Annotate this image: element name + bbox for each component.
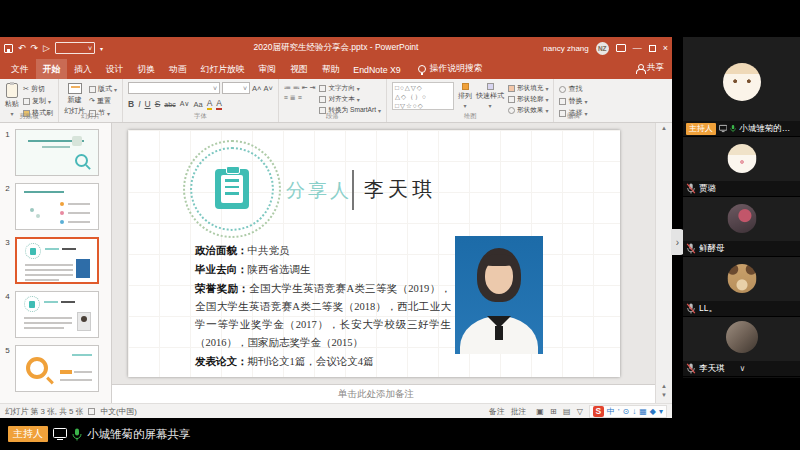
font-color-button[interactable]: A [216, 98, 222, 110]
tab-view[interactable]: 视图 [283, 59, 315, 79]
chevron-down-icon[interactable]: ∨ [740, 364, 746, 373]
bullets-icons[interactable]: ≔ ≕ ⇤ ⇥ [284, 84, 316, 92]
replace-button[interactable]: 替换▾ [559, 96, 587, 106]
undo-icon[interactable]: ↶ [18, 43, 26, 53]
tab-insert[interactable]: 插入 [67, 59, 99, 79]
bold-button[interactable]: B [128, 99, 134, 109]
ime-keyboard-icon[interactable]: ▦ [639, 407, 647, 416]
align-icons[interactable]: ≡ ≣ ≡ [284, 94, 316, 102]
ime-skin-icon[interactable]: ◆ [650, 407, 656, 416]
participant-tile-3[interactable]: 鲜酵母 [683, 197, 800, 257]
minimize-button[interactable]: — [633, 44, 642, 53]
participant-tile-host[interactable]: 主持人 小城雏菊的屏幕共享 [683, 37, 800, 137]
redo-icon[interactable]: ↷ [31, 43, 39, 53]
align-text-button[interactable]: 对齐文本▾ [319, 95, 381, 104]
user-avatar[interactable]: NZ [596, 42, 609, 55]
font-size-combo[interactable]: ˅ [222, 82, 250, 94]
qat-customize-chevron-icon[interactable]: ▾ [100, 45, 103, 52]
ime-emoji-icon[interactable]: ⊙ [623, 407, 630, 416]
character-spacing-button[interactable]: A∨ [180, 100, 190, 108]
ime-menu-icon[interactable]: ▾ [659, 407, 663, 416]
arrange-button[interactable]: 排列 ▾ [458, 82, 472, 109]
sogou-logo-icon[interactable]: S [593, 406, 604, 417]
thumbnail-row-1[interactable]: 1 [0, 129, 111, 176]
tab-review[interactable]: 审阅 [252, 59, 284, 79]
slide-5-thumbnail[interactable] [15, 345, 99, 392]
participant-name-bar: LL。 [683, 301, 800, 316]
id-photo[interactable] [455, 236, 543, 354]
reading-view-button[interactable]: ▤ [563, 407, 571, 416]
slide-1-thumbnail[interactable] [15, 129, 99, 176]
slide-person-name[interactable]: 李天琪 [364, 176, 436, 203]
normal-view-button[interactable]: ▣ [536, 407, 544, 416]
slideshow-view-button[interactable]: ▽ [577, 407, 583, 416]
find-button[interactable]: 查找 [559, 84, 587, 94]
tab-home[interactable]: 开始 [36, 59, 68, 79]
tell-me-search[interactable]: 操作说明搜索 [418, 59, 483, 79]
slide-canvas[interactable]: 分享人 李天琪 政治面貌：中共党员 毕业去向：陕西省选调生 荣誉奖励：全国大学生… [128, 130, 620, 377]
share-button[interactable]: 共享 [636, 62, 664, 74]
slide-role-label[interactable]: 分享人 [286, 178, 352, 204]
participant-name: 小城雏菊的屏幕共享 [739, 123, 797, 135]
clear-formatting-button[interactable]: abc [164, 101, 175, 108]
notes-pane[interactable]: 单击此处添加备注 [112, 384, 655, 403]
ime-download-icon[interactable]: ↓ [632, 407, 636, 416]
tab-animations[interactable]: 动画 [162, 59, 194, 79]
ime-mode-toggle[interactable]: 中 [607, 406, 615, 417]
thumbnail-row-4[interactable]: 4 [0, 291, 111, 338]
shrink-font-button[interactable]: A˅ [263, 84, 272, 93]
grow-font-button[interactable]: A˄ [252, 84, 261, 93]
field-graduation-destination: 毕业去向：陕西省选调生 [195, 261, 451, 279]
restore-button[interactable] [649, 45, 656, 52]
italic-button[interactable]: I [138, 99, 140, 109]
font-name-combo[interactable]: ˅ [128, 82, 220, 94]
layout-button[interactable]: 版式▾ [89, 84, 117, 94]
tab-file[interactable]: 文件 [4, 59, 36, 79]
tab-help[interactable]: 帮助 [315, 59, 347, 79]
change-case-button[interactable]: Aa [193, 100, 202, 109]
thumbnail-row-5[interactable]: 5 [0, 345, 111, 392]
next-slide-button[interactable]: ▼ [656, 391, 672, 400]
ribbon-display-options-icon[interactable] [616, 44, 626, 52]
participant-tile-5[interactable]: 李天琪 ∨ [683, 317, 800, 377]
slide-body-text[interactable]: 政治面貌：中共党员 毕业去向：陕西省选调生 荣誉奖励：全国大学生英语竞赛A类三等… [195, 242, 451, 372]
thumbnail-row-3[interactable]: 3 [0, 237, 111, 284]
vertical-scrollbar[interactable]: ▲ ▲ ▼ [655, 123, 672, 403]
status-bar: 幻灯片 第 3 张, 共 5 张 中文(中国) 备注 批注 ▣ ⊞ ▤ ▽ S … [0, 403, 672, 418]
new-slide-button[interactable]: 新建 幻灯片 [64, 82, 85, 116]
quick-styles-button[interactable]: 快速样式 ▾ [476, 82, 504, 109]
cut-button[interactable]: ✂剪切 [23, 84, 53, 94]
comments-toggle[interactable]: 批注 [511, 406, 527, 417]
previous-slide-button[interactable]: ▲ [656, 382, 672, 391]
notes-toggle[interactable]: 备注 [489, 406, 505, 417]
strikethrough-button[interactable]: S [155, 99, 161, 109]
qat-combo-box[interactable]: ˅ [55, 42, 95, 54]
save-icon[interactable] [4, 44, 13, 53]
tab-transitions[interactable]: 切换 [130, 59, 162, 79]
shape-outline-button[interactable]: 形状轮廓▾ [508, 95, 548, 104]
close-button[interactable]: × [663, 44, 668, 53]
text-direction-button[interactable]: 文字方向▾ [319, 84, 381, 93]
thumbnail-row-2[interactable]: 2 [0, 183, 111, 230]
participant-tile-4[interactable]: LL。 [683, 257, 800, 317]
participant-tile-2[interactable]: 贾璐 [683, 137, 800, 197]
copy-button[interactable]: 复制▾ [23, 96, 53, 106]
shape-fill-button[interactable]: 形状填充▾ [508, 84, 548, 93]
language-indicator[interactable]: 中文(中国) [100, 406, 136, 417]
slideshow-icon[interactable]: ▷ [43, 43, 50, 53]
reset-button[interactable]: ↷重置 [89, 96, 117, 106]
tab-slideshow[interactable]: 幻灯片放映 [194, 59, 252, 79]
slide-4-thumbnail[interactable] [15, 291, 99, 338]
slide-sorter-button[interactable]: ⊞ [550, 407, 557, 416]
slide-2-thumbnail[interactable] [15, 183, 99, 230]
highlight-color-button[interactable]: A [207, 98, 213, 110]
scroll-up-icon[interactable]: ▲ [656, 125, 672, 131]
tab-design[interactable]: 设计 [99, 59, 131, 79]
field-publications: 发表论文：期刊论文1篇，会议论文4篇 [195, 353, 451, 371]
slide-editor: 分享人 李天琪 政治面貌：中共党员 毕业去向：陕西省选调生 荣誉奖励：全国大学生… [112, 123, 655, 384]
underline-button[interactable]: U [145, 99, 151, 109]
tab-endnote[interactable]: EndNote X9 [346, 59, 407, 79]
ime-punctuation-icon[interactable]: ’ [618, 407, 620, 416]
slide-3-thumbnail-selected[interactable] [15, 237, 99, 284]
shapes-gallery[interactable]: □○△▽◇ △◇（）○ □▽☆○◇ [392, 82, 454, 110]
